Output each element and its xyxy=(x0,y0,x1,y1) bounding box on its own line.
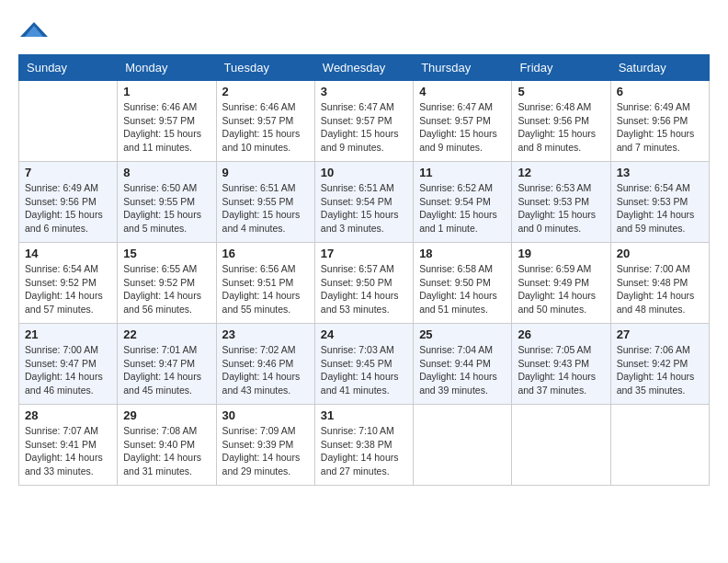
day-number: 26 xyxy=(518,327,604,341)
day-info: Sunrise: 6:50 AM Sunset: 9:55 PM Dayligh… xyxy=(123,181,210,236)
day-number: 28 xyxy=(25,408,111,422)
calendar-cell: 15Sunrise: 6:55 AM Sunset: 9:52 PM Dayli… xyxy=(118,243,216,324)
day-number: 6 xyxy=(617,85,703,98)
calendar-cell: 5Sunrise: 6:48 AM Sunset: 9:56 PM Daylig… xyxy=(512,81,610,162)
day-info: Sunrise: 6:54 AM Sunset: 9:53 PM Dayligh… xyxy=(617,181,703,236)
day-number: 13 xyxy=(617,166,703,179)
calendar-cell: 24Sunrise: 7:03 AM Sunset: 9:45 PM Dayli… xyxy=(314,324,413,405)
day-number: 23 xyxy=(222,327,309,341)
day-info: Sunrise: 6:48 AM Sunset: 9:56 PM Dayligh… xyxy=(518,100,604,155)
day-info: Sunrise: 6:49 AM Sunset: 9:56 PM Dayligh… xyxy=(617,100,703,155)
calendar-week-row: 28Sunrise: 7:07 AM Sunset: 9:41 PM Dayli… xyxy=(19,405,710,486)
calendar-week-row: 7Sunrise: 6:49 AM Sunset: 9:56 PM Daylig… xyxy=(19,162,710,243)
calendar-cell: 23Sunrise: 7:02 AM Sunset: 9:46 PM Dayli… xyxy=(216,324,314,405)
day-info: Sunrise: 7:00 AM Sunset: 9:47 PM Dayligh… xyxy=(25,343,111,397)
calendar-cell: 13Sunrise: 6:54 AM Sunset: 9:53 PM Dayli… xyxy=(610,162,709,243)
weekday-header-tuesday: Tuesday xyxy=(216,55,314,81)
day-info: Sunrise: 7:04 AM Sunset: 9:44 PM Dayligh… xyxy=(419,343,506,397)
day-number: 7 xyxy=(25,166,111,179)
calendar-cell: 12Sunrise: 6:53 AM Sunset: 9:53 PM Dayli… xyxy=(512,162,610,243)
day-number: 18 xyxy=(419,247,506,260)
day-number: 19 xyxy=(518,247,604,260)
weekday-header-wednesday: Wednesday xyxy=(314,55,413,81)
day-number: 2 xyxy=(222,85,309,98)
calendar-cell: 31Sunrise: 7:10 AM Sunset: 9:38 PM Dayli… xyxy=(314,405,413,486)
day-info: Sunrise: 6:49 AM Sunset: 9:56 PM Dayligh… xyxy=(25,181,111,236)
logo-icon xyxy=(20,18,48,40)
calendar-cell: 10Sunrise: 6:51 AM Sunset: 9:54 PM Dayli… xyxy=(314,162,413,243)
calendar-cell: 11Sunrise: 6:52 AM Sunset: 9:54 PM Dayli… xyxy=(414,162,512,243)
calendar-cell: 7Sunrise: 6:49 AM Sunset: 9:56 PM Daylig… xyxy=(19,162,118,243)
day-number: 30 xyxy=(222,408,309,422)
day-number: 29 xyxy=(123,408,210,422)
calendar-week-row: 14Sunrise: 6:54 AM Sunset: 9:52 PM Dayli… xyxy=(19,243,710,324)
calendar-table: SundayMondayTuesdayWednesdayThursdayFrid… xyxy=(18,54,710,486)
day-number: 20 xyxy=(617,247,703,260)
calendar-cell xyxy=(610,405,709,486)
calendar-cell: 28Sunrise: 7:07 AM Sunset: 9:41 PM Dayli… xyxy=(19,405,118,486)
day-info: Sunrise: 7:00 AM Sunset: 9:48 PM Dayligh… xyxy=(617,262,703,316)
day-info: Sunrise: 6:47 AM Sunset: 9:57 PM Dayligh… xyxy=(419,100,506,155)
day-number: 14 xyxy=(25,247,111,260)
calendar-cell: 9Sunrise: 6:51 AM Sunset: 9:55 PM Daylig… xyxy=(216,162,314,243)
day-info: Sunrise: 7:01 AM Sunset: 9:47 PM Dayligh… xyxy=(123,343,210,397)
calendar-week-row: 21Sunrise: 7:00 AM Sunset: 9:47 PM Dayli… xyxy=(19,324,710,405)
day-number: 27 xyxy=(617,327,703,341)
day-number: 15 xyxy=(123,247,210,260)
day-number: 22 xyxy=(123,327,210,341)
day-info: Sunrise: 7:05 AM Sunset: 9:43 PM Dayligh… xyxy=(518,343,604,397)
day-info: Sunrise: 6:52 AM Sunset: 9:54 PM Dayligh… xyxy=(419,181,506,236)
page-header xyxy=(18,18,710,45)
day-info: Sunrise: 6:55 AM Sunset: 9:52 PM Dayligh… xyxy=(123,262,210,316)
calendar-cell: 18Sunrise: 6:58 AM Sunset: 9:50 PM Dayli… xyxy=(414,243,512,324)
calendar-cell: 29Sunrise: 7:08 AM Sunset: 9:40 PM Dayli… xyxy=(118,405,216,486)
calendar-cell: 3Sunrise: 6:47 AM Sunset: 9:57 PM Daylig… xyxy=(314,81,413,162)
logo-text xyxy=(18,18,48,45)
day-info: Sunrise: 7:03 AM Sunset: 9:45 PM Dayligh… xyxy=(321,343,407,397)
day-info: Sunrise: 7:08 AM Sunset: 9:40 PM Dayligh… xyxy=(123,424,210,478)
day-info: Sunrise: 7:06 AM Sunset: 9:42 PM Dayligh… xyxy=(617,343,703,397)
day-info: Sunrise: 7:09 AM Sunset: 9:39 PM Dayligh… xyxy=(222,424,309,478)
calendar-cell: 14Sunrise: 6:54 AM Sunset: 9:52 PM Dayli… xyxy=(19,243,118,324)
day-number: 31 xyxy=(321,408,407,422)
day-number: 10 xyxy=(321,166,407,179)
day-info: Sunrise: 6:46 AM Sunset: 9:57 PM Dayligh… xyxy=(123,100,210,155)
calendar-cell xyxy=(512,405,610,486)
calendar-cell: 26Sunrise: 7:05 AM Sunset: 9:43 PM Dayli… xyxy=(512,324,610,405)
day-info: Sunrise: 6:58 AM Sunset: 9:50 PM Dayligh… xyxy=(419,262,506,316)
weekday-header-saturday: Saturday xyxy=(610,55,709,81)
day-number: 12 xyxy=(518,166,604,179)
day-info: Sunrise: 6:56 AM Sunset: 9:51 PM Dayligh… xyxy=(222,262,309,316)
day-info: Sunrise: 6:54 AM Sunset: 9:52 PM Dayligh… xyxy=(25,262,111,316)
day-info: Sunrise: 6:51 AM Sunset: 9:55 PM Dayligh… xyxy=(222,181,309,236)
calendar-cell: 16Sunrise: 6:56 AM Sunset: 9:51 PM Dayli… xyxy=(216,243,314,324)
day-info: Sunrise: 7:07 AM Sunset: 9:41 PM Dayligh… xyxy=(25,424,111,478)
day-number: 16 xyxy=(222,247,309,260)
day-number: 11 xyxy=(419,166,506,179)
weekday-header-monday: Monday xyxy=(118,55,216,81)
calendar-cell xyxy=(19,81,118,162)
day-info: Sunrise: 6:47 AM Sunset: 9:57 PM Dayligh… xyxy=(321,100,407,155)
day-number: 5 xyxy=(518,85,604,98)
calendar-cell: 6Sunrise: 6:49 AM Sunset: 9:56 PM Daylig… xyxy=(610,81,709,162)
calendar-cell: 17Sunrise: 6:57 AM Sunset: 9:50 PM Dayli… xyxy=(314,243,413,324)
day-number: 24 xyxy=(321,327,407,341)
day-number: 3 xyxy=(321,85,407,98)
day-number: 9 xyxy=(222,166,309,179)
calendar-cell: 30Sunrise: 7:09 AM Sunset: 9:39 PM Dayli… xyxy=(216,405,314,486)
weekday-header-friday: Friday xyxy=(512,55,610,81)
calendar-cell: 19Sunrise: 6:59 AM Sunset: 9:49 PM Dayli… xyxy=(512,243,610,324)
weekday-header-thursday: Thursday xyxy=(414,55,512,81)
day-info: Sunrise: 6:51 AM Sunset: 9:54 PM Dayligh… xyxy=(321,181,407,236)
calendar-cell: 22Sunrise: 7:01 AM Sunset: 9:47 PM Dayli… xyxy=(118,324,216,405)
day-info: Sunrise: 6:59 AM Sunset: 9:49 PM Dayligh… xyxy=(518,262,604,316)
calendar-cell: 4Sunrise: 6:47 AM Sunset: 9:57 PM Daylig… xyxy=(414,81,512,162)
day-number: 4 xyxy=(419,85,506,98)
calendar-cell: 8Sunrise: 6:50 AM Sunset: 9:55 PM Daylig… xyxy=(118,162,216,243)
day-info: Sunrise: 7:10 AM Sunset: 9:38 PM Dayligh… xyxy=(321,424,407,478)
day-info: Sunrise: 6:46 AM Sunset: 9:57 PM Dayligh… xyxy=(222,100,309,155)
weekday-header-row: SundayMondayTuesdayWednesdayThursdayFrid… xyxy=(19,55,710,81)
calendar-cell: 2Sunrise: 6:46 AM Sunset: 9:57 PM Daylig… xyxy=(216,81,314,162)
day-number: 1 xyxy=(123,85,210,98)
calendar-week-row: 1Sunrise: 6:46 AM Sunset: 9:57 PM Daylig… xyxy=(19,81,710,162)
